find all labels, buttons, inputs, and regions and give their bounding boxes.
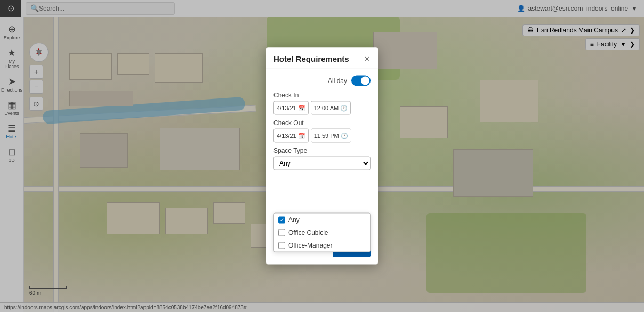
modal-body: All day Check In 4/13/21 📅 12:00 AM 🕐 Ch…: [266, 69, 378, 240]
dropdown-item-any[interactable]: ✓ Any: [274, 214, 370, 226]
check-in-date-input[interactable]: 4/13/21 📅: [273, 101, 309, 115]
checkbox-office-cubicle[interactable]: [278, 229, 285, 236]
calendar-icon: 📅: [298, 104, 305, 111]
dropdown-item-office-manager[interactable]: Office-Manager: [274, 239, 370, 252]
check-out-date-input[interactable]: 4/13/21 📅: [273, 129, 309, 143]
space-type-dropdown: ✓ Any Office Cubicle Office-Manager: [273, 213, 371, 252]
space-type-select[interactable]: Any: [273, 157, 371, 170]
check-in-time-value: 12:00 AM: [314, 105, 339, 111]
all-day-toggle[interactable]: [351, 76, 371, 86]
checkbox-any[interactable]: ✓: [278, 216, 285, 223]
dropdown-label-any: Any: [288, 216, 300, 224]
all-day-row: All day: [273, 76, 371, 86]
dropdown-label-office-manager: Office-Manager: [288, 242, 332, 249]
modal-title: Hotel Requirements: [273, 54, 349, 63]
hotel-requirements-modal: Hotel Requirements × All day Check In 4/…: [266, 48, 378, 265]
calendar-icon-2: 📅: [298, 132, 305, 139]
check-out-label: Check Out: [273, 119, 371, 127]
space-type-label: Space Type: [273, 147, 371, 154]
all-day-label: All day: [328, 77, 347, 85]
check-in-date-value: 4/13/21: [277, 105, 296, 111]
check-out-row: 4/13/21 📅 11:59 PM 🕐: [273, 129, 371, 143]
dropdown-label-office-cubicle: Office Cubicle: [288, 229, 328, 236]
check-out-time-input[interactable]: 11:59 PM 🕐: [311, 129, 351, 143]
modal-header: Hotel Requirements ×: [266, 48, 378, 69]
check-in-label: Check In: [273, 92, 371, 99]
checkbox-office-manager[interactable]: [278, 242, 285, 249]
dropdown-item-office-cubicle[interactable]: Office Cubicle: [274, 226, 370, 239]
modal-close-button[interactable]: ×: [364, 54, 371, 63]
clock-icon: 🕐: [340, 104, 348, 111]
toggle-knob: [361, 77, 369, 85]
check-out-time-value: 11:59 PM: [314, 133, 339, 139]
check-in-row: 4/13/21 📅 12:00 AM 🕐: [273, 101, 371, 115]
clock-icon-2: 🕐: [341, 132, 348, 139]
check-out-date-value: 4/13/21: [277, 133, 296, 139]
check-in-time-input[interactable]: 12:00 AM 🕐: [311, 101, 351, 115]
